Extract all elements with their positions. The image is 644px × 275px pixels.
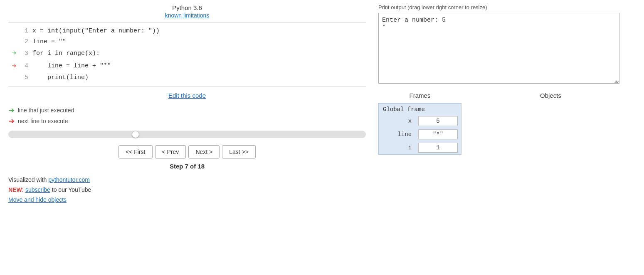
left-panel: Python 3.6 known limitations 1 x = int(i… (0, 0, 370, 275)
step-slider[interactable] (8, 131, 366, 138)
slider-container (8, 131, 366, 139)
red-arrow-4: ➔ (8, 60, 20, 73)
print-output-box: Enter a number: 5 * ◢ (378, 13, 619, 84)
frames-area: Global frame x 5 line "*" i 1 (378, 103, 461, 155)
legend-red-label: next line to execute (18, 118, 68, 124)
new-label: NEW: (8, 186, 24, 193)
code-area: 1 x = int(input("Enter a number: ")) 2 l… (8, 22, 366, 87)
next-button[interactable]: Next > (188, 145, 220, 159)
frame-row-i: i 1 (379, 141, 461, 154)
arrow-empty-2 (8, 37, 20, 47)
legend-red-arrow: ➔ (8, 116, 15, 126)
step-info: Step 7 of 18 (4, 163, 370, 170)
line-code-1: x = int(input("Enter a number: ")) (32, 26, 160, 37)
code-line-4: ➔ 4 line = line + "*" (8, 60, 366, 73)
python-version: Python 3.6 (4, 4, 370, 11)
subscribe-text: to our YouTube (52, 186, 91, 193)
legend-green: ➔ line that just executed (8, 106, 370, 115)
green-arrow-3: ➔ (8, 47, 20, 60)
frame-var-name-i: i (379, 141, 415, 154)
legend-red: ➔ next line to execute (8, 116, 370, 126)
print-output-content: Enter a number: 5 * (382, 17, 446, 31)
frame-var-value-x: 5 (418, 116, 458, 126)
line-code-4: line = line + "*" (32, 61, 111, 72)
last-button[interactable]: Last >> (222, 145, 256, 159)
subscribe-link[interactable]: subscribe (25, 186, 50, 193)
frame-var-value-line: "*" (418, 129, 458, 139)
frame-var-name-x: x (379, 114, 415, 128)
first-button[interactable]: << First (118, 145, 152, 159)
arrow-empty-5 (8, 72, 20, 83)
frame-table: x 5 line "*" i 1 (379, 114, 461, 154)
line-num-2: 2 (20, 37, 32, 47)
frame-var-value-i: 1 (418, 143, 458, 153)
arrow-empty-1 (8, 26, 20, 37)
pythontutor-link[interactable]: pythontutor.com (48, 176, 90, 183)
right-panel: Print output (drag lower right corner to… (370, 0, 644, 275)
edit-this-code-link[interactable]: Edit this code (168, 92, 206, 99)
prev-button[interactable]: < Prev (155, 145, 186, 159)
line-code-5: print(line) (32, 72, 89, 83)
edit-link-container: Edit this code (4, 92, 370, 99)
line-num-1: 1 (20, 26, 32, 37)
frame-var-name-line: line (379, 128, 415, 141)
code-line-5: 5 print(line) (8, 72, 366, 83)
resize-handle[interactable]: ◢ (614, 78, 618, 82)
line-num-4: 4 (20, 61, 32, 72)
line-num-5: 5 (20, 72, 32, 83)
line-code-3: for i in range(x): (32, 48, 100, 59)
legend: ➔ line that just executed ➔ next line to… (8, 106, 370, 126)
known-limitations-link[interactable]: known limitations (4, 12, 370, 19)
new-subscribe: NEW: subscribe to our YouTube (8, 186, 370, 193)
global-frame-box: Global frame x 5 line "*" i 1 (378, 103, 461, 155)
frames-objects-header: Frames Objects (378, 92, 640, 99)
nav-buttons: << First < Prev Next > Last >> (4, 145, 370, 159)
frame-row-x: x 5 (379, 114, 461, 128)
code-line-2: 2 line = "" (8, 37, 366, 47)
visualized-with: Visualized with pythontutor.com (8, 176, 370, 183)
print-output-label: Print output (drag lower right corner to… (378, 4, 640, 10)
move-hide-link[interactable]: Move and hide objects (8, 196, 370, 203)
code-line-3: ➔ 3 for i in range(x): (8, 47, 366, 60)
legend-green-label: line that just executed (18, 107, 74, 114)
frames-label: Frames (378, 92, 461, 99)
legend-green-arrow: ➔ (8, 106, 15, 115)
visualized-text: Visualized with (8, 176, 48, 183)
objects-label: Objects (461, 92, 640, 99)
line-code-2: line = "" (32, 37, 66, 47)
global-frame-title: Global frame (379, 104, 461, 114)
line-num-3: 3 (20, 48, 32, 59)
code-line-1: 1 x = int(input("Enter a number: ")) (8, 26, 366, 37)
frame-row-line: line "*" (379, 128, 461, 141)
